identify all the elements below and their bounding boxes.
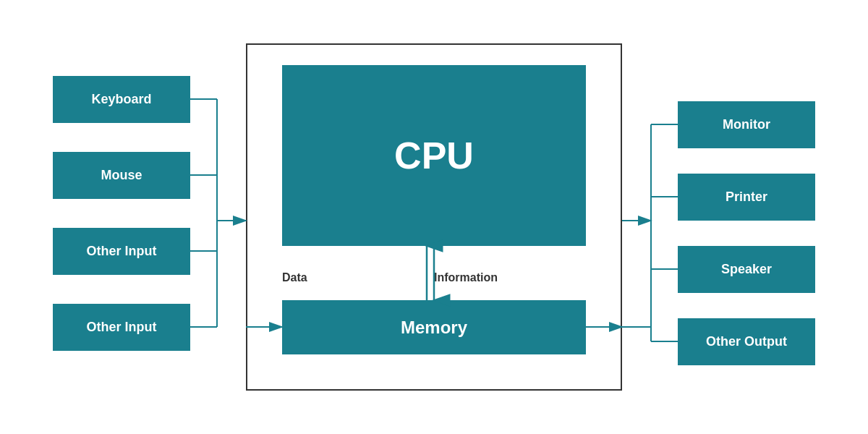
other-input2-box: Other Input <box>53 304 190 351</box>
keyboard-label: Keyboard <box>91 92 151 107</box>
speaker-label: Speaker <box>721 262 772 277</box>
speaker-box: Speaker <box>678 246 815 293</box>
cpu-box: CPU <box>282 65 586 246</box>
mouse-box: Mouse <box>53 152 190 199</box>
other-input1-box: Other Input <box>53 228 190 275</box>
keyboard-box: Keyboard <box>53 76 190 123</box>
printer-box: Printer <box>678 174 815 221</box>
cpu-label: CPU <box>394 134 474 177</box>
other-output-label: Other Output <box>706 334 787 349</box>
other-input2-label: Other Input <box>87 320 157 335</box>
memory-label: Memory <box>401 318 467 338</box>
mouse-label: Mouse <box>101 168 142 183</box>
monitor-box: Monitor <box>678 101 815 148</box>
other-output-box: Other Output <box>678 318 815 365</box>
memory-box: Memory <box>282 300 586 354</box>
information-label: Information <box>434 271 498 284</box>
printer-label: Printer <box>726 190 767 205</box>
monitor-label: Monitor <box>723 117 770 132</box>
data-label: Data <box>282 271 307 284</box>
diagram: CPU Memory Keyboard Mouse Other Input Ot… <box>0 0 868 434</box>
other-input1-label: Other Input <box>87 244 157 259</box>
